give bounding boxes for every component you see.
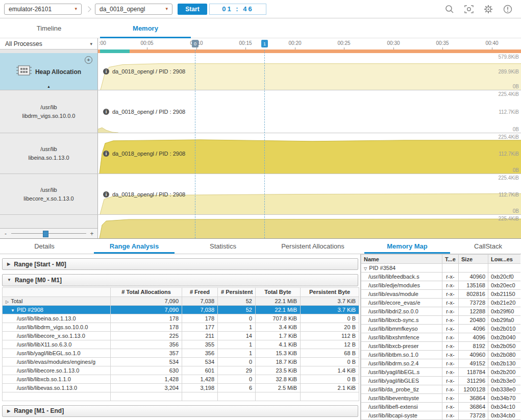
cell: 12 B	[301, 340, 359, 349]
row-header-libdrm[interactable]: /usr/lib libdrm_vigs.so.10.0.0	[0, 90, 98, 133]
cell	[218, 392, 256, 401]
chevron-down-icon: ▾	[165, 7, 168, 11]
tab-memory-map[interactable]: Memory Map	[359, 239, 455, 254]
cell: 1.7 KiB	[256, 331, 301, 340]
column-header[interactable]: # Freed	[182, 287, 218, 297]
search-icon[interactable]	[444, 4, 455, 14]
expanded-triangle-icon[interactable]: ▽	[364, 266, 367, 271]
cell: 52	[218, 297, 256, 305]
cell: ▷Total	[3, 297, 111, 305]
timeline-marker-1[interactable]: 1	[261, 40, 268, 47]
row-header-libeina[interactable]: /usr/lib libeina.so.1.13.0	[0, 133, 98, 174]
timeline-marker-0[interactable]: 0	[192, 40, 199, 47]
table-row[interactable]: /usr/lib/libmmfkeysor-x-40960xb2b010	[361, 325, 521, 333]
column-header[interactable]	[3, 287, 111, 297]
info-icon: i	[103, 109, 109, 115]
cell: /usr/lib/libfeedback.s	[361, 273, 442, 281]
cell: 36864	[459, 403, 488, 411]
tab-range-analysis[interactable]: Range Analysis	[89, 239, 180, 254]
table-row[interactable]: /usr/lib/libeina.so.1.13.0 178 178 0 707…	[3, 314, 359, 323]
settings-gear-icon[interactable]	[483, 4, 493, 14]
device-select[interactable]: emulator-26101 ▾	[4, 4, 82, 15]
tab-statistics[interactable]: Statistics	[180, 239, 266, 254]
screenshot-icon[interactable]	[464, 4, 474, 14]
row-header-heap-allocation[interactable]: Heap Allocation + ▲	[0, 53, 98, 90]
table-row[interactable]: /usr/lib/libtbm.so.1.0r-x-409600xb2b080	[361, 351, 521, 359]
column-header[interactable]: Low...es	[488, 255, 521, 264]
start-button[interactable]: Start	[178, 4, 207, 15]
zoom-in-button[interactable]: +	[89, 230, 94, 237]
partial-chart[interactable]: 225.4KiB	[98, 215, 521, 238]
libecore-x-chart[interactable]: i da_0018_opengl / PID : 2908 225.4KiB 1…	[98, 174, 521, 214]
timeline-zoom-slider[interactable]: - +	[0, 228, 98, 238]
cell: 73728	[459, 411, 488, 420]
cell: r-x-	[442, 307, 459, 316]
tab-timeline[interactable]: Timeline	[0, 18, 98, 38]
collapsed-triangle-icon[interactable]: ▷	[6, 300, 9, 304]
process-filter-select[interactable]: All Processes ▾	[0, 38, 98, 50]
range-m0-m1-header[interactable]: ▼ Range [M0 - M1]	[2, 274, 358, 286]
table-row[interactable]: /usr/lib/libX11.so.6.3.0 356 355 1 4.1 K…	[3, 340, 359, 349]
libdrm-chart[interactable]: i da_0018_opengl / PID : 2908 225.4KiB 1…	[98, 90, 521, 133]
breadcrumb-chevron-icon	[85, 6, 91, 12]
table-row[interactable]: /usr/lib/libecore.so.1.13.0 630 601 29 2…	[3, 366, 359, 375]
range-m1-end-header[interactable]: ▶ Range [M1 - End]	[2, 405, 358, 417]
table-row-selected[interactable]: ▼PID #2908 7,090 7,038 52 22.1 MiB 3.7 K…	[3, 305, 359, 314]
cell: 8192	[459, 342, 488, 351]
tab-details[interactable]: Details	[0, 239, 89, 254]
table-row[interactable]: /usr/lib/libxcb.so.1.1.0 1,428 1,428 0 3…	[3, 375, 359, 383]
column-header[interactable]: T...e	[442, 255, 459, 264]
table-row[interactable]: /usr/lib/yagl/libEGL.so.1.0 357 356 1 15…	[3, 349, 359, 357]
zoom-in-icon[interactable]: +	[85, 56, 92, 64]
heap-allocation-chart[interactable]: i da_0018_opengl / PID : 2908 579.8KiB 2…	[98, 53, 521, 90]
row-header-libecore-x[interactable]: /usr/lib libecore_x.so.1.13.0	[0, 174, 98, 214]
column-header[interactable]: # Persistent	[218, 287, 256, 297]
table-row[interactable]: /usr/lib/libdrm.so.2.4r-x-491520xb2b130	[361, 359, 521, 368]
table-row[interactable]: /usr/lib/libfeedback.sr-x-409600xb20cf0	[361, 273, 521, 281]
column-header[interactable]: Persistent Byte	[301, 287, 359, 297]
table-row[interactable]: /usr/lib/ecore_evas/er-x-737280xb21e20	[361, 299, 521, 307]
table-row[interactable]: /usr/lib/libefl-extensir-x-368640xb34c10	[361, 403, 521, 411]
table-row[interactable]: /usr/lib/libevas.so.1.13.0 3,204 3,198 6…	[3, 383, 359, 392]
table-row[interactable]: /usr/lib/edje/modulesr-x-1351680xb20ec0	[361, 281, 521, 290]
table-row[interactable]: /usr/lib/libxcb-preserr-x-81920xb2b050	[361, 342, 521, 351]
zoom-out-button[interactable]: -	[3, 230, 8, 237]
table-row[interactable]: /usr/lib/libxshmfencer-x-40960xb2b040	[361, 333, 521, 342]
table-header-row: # Total Allocations # Freed # Persistent…	[3, 287, 359, 297]
table-row[interactable]: /usr/lib/evas/moduler-x-8028160xb21150	[361, 290, 521, 299]
libeina-chart[interactable]: i da_0018_opengl / PID : 2908 225.4KiB 1…	[98, 133, 521, 174]
cell: 0xb2b200	[488, 368, 521, 377]
app-select[interactable]: da_0018_opengl ▾	[95, 4, 172, 15]
table-row[interactable]: /usr/lib/da_probe_tizr-x-12001280xb338e0	[361, 385, 521, 394]
table-row[interactable]: /usr/lib/libxcb-sync.sr-x-204800xb29fa0	[361, 316, 521, 325]
cell: /usr/lib/libtbm.so.1.0	[361, 351, 442, 359]
axis-max-label: 225.4KiB	[498, 91, 519, 97]
table-row[interactable]: ▷Total 7,090 7,038 52 22.1 MiB 3.7 KiB	[3, 297, 359, 305]
chart-series-label: i da_0018_opengl / PID : 2908	[103, 191, 185, 197]
table-row[interactable]: /usr/lib/libecore_x.so.1.13.0 225 211 14…	[3, 331, 359, 340]
cell: 0xb2b3e0	[488, 377, 521, 385]
cell: 355	[182, 340, 218, 349]
column-header[interactable]: Name	[361, 255, 442, 264]
table-row[interactable]: /usr/lib/yagl/libGLESr-x-3112960xb2b3e0	[361, 377, 521, 385]
table-row-pid[interactable]: ▽PID #3584	[361, 264, 521, 273]
tab-memory[interactable]: Memory	[98, 18, 193, 38]
table-row[interactable]: /usr/lib/libdrm_vigs.so.10.0.0 178 177 1…	[3, 323, 359, 331]
range-start-m0-header[interactable]: ▶ Range [Start - M0]	[2, 258, 358, 270]
table-row[interactable]: /usr/lib/evas/modules/engines/g 534 534 …	[3, 357, 359, 366]
tab-persistent-allocations[interactable]: Persistent Allocations	[266, 239, 359, 254]
table-row[interactable]: /usr/lib/libdri2.so.0.0r-x-122880xb29f60	[361, 307, 521, 316]
info-icon[interactable]	[503, 4, 513, 14]
column-header[interactable]: Size	[459, 255, 488, 264]
slider-track[interactable]	[11, 233, 86, 234]
expanded-triangle-icon[interactable]: ▼	[11, 308, 15, 313]
cell	[459, 264, 488, 273]
column-header[interactable]: # Total Allocations	[111, 287, 182, 297]
table-row[interactable]: /usr/lib/libcapi-syster-x-737280xb34cb0	[361, 411, 521, 420]
table-row[interactable]: /usr/lib/yagl/libEGL.sr-x-1187840xb2b200	[361, 368, 521, 377]
collapse-handle-icon[interactable]: ▲	[47, 84, 51, 90]
table-row[interactable]: /usr/lib/libeventsyster-x-368640xb34b70	[361, 394, 521, 403]
column-header[interactable]: Total Byte	[256, 287, 301, 297]
slider-thumb[interactable]	[43, 231, 48, 237]
tab-callstack[interactable]: CallStack	[455, 239, 521, 254]
